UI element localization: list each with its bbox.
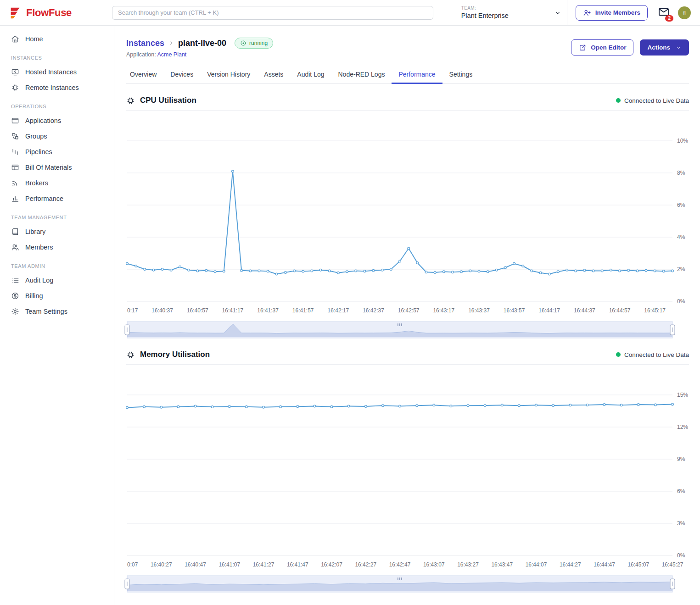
brokers-icon [11, 179, 19, 187]
status-badge-label: running [249, 40, 268, 46]
invite-members-label: Invite Members [595, 9, 640, 16]
x-axis-label: 16:43:37 [468, 307, 490, 314]
sidebar-item-pipelines[interactable]: Pipelines [0, 144, 114, 160]
y-axis-label: 6% [677, 202, 685, 208]
x-axis-label: 16:45:07 [627, 561, 649, 568]
y-axis-label: 6% [677, 488, 685, 494]
open-editor-button[interactable]: Open Editor [571, 39, 633, 56]
tab-overview[interactable]: Overview [126, 66, 163, 84]
sidebar-item-label: Home [25, 35, 43, 43]
x-axis-label: 16:44:27 [560, 561, 581, 568]
tab-bar: OverviewDevicesVersion HistoryAssetsAudi… [126, 66, 689, 84]
sidebar-item-performance[interactable]: Performance [0, 191, 114, 206]
billing-icon [11, 292, 19, 300]
team-selector[interactable]: TEAM: Plant Enterprise [461, 6, 561, 20]
y-axis-label: 8% [677, 170, 685, 176]
sidebar-item-label: Hosted Instances [25, 68, 77, 76]
y-axis-label: 4% [677, 234, 685, 240]
sidebar-item-label: Members [25, 244, 53, 251]
sidebar-item-label: Groups [25, 133, 47, 140]
sidebar-item-label: Pipelines [25, 148, 52, 155]
cpu-utilisation-zoom-slider[interactable] [124, 322, 675, 338]
sidebar-item-audit-log[interactable]: Audit Log [0, 272, 114, 288]
live-status-label: Connected to Live Data [624, 351, 689, 358]
notification-badge: 2 [665, 15, 673, 22]
memory-utilisation-zoom-slider[interactable] [124, 576, 675, 592]
logo-text: FlowFuse [26, 7, 72, 19]
sidebar-item-label: Team Settings [25, 308, 67, 315]
x-axis-label: 16:43:57 [504, 307, 525, 314]
sidebar-item-library[interactable]: Library [0, 224, 114, 239]
application-link[interactable]: Acme Plant [157, 51, 186, 58]
x-axis-label: 0:07 [127, 561, 138, 568]
sidebar-item-members[interactable]: Members [0, 239, 114, 255]
x-axis-label: 16:41:37 [257, 307, 279, 314]
tab-devices[interactable]: Devices [163, 66, 200, 84]
invite-members-button[interactable]: Invite Members [576, 5, 648, 21]
header-divider [567, 0, 567, 26]
sidebar-item-brokers[interactable]: Brokers [0, 175, 114, 191]
user-avatar[interactable]: fl [678, 6, 691, 19]
y-axis-label: 10% [677, 138, 688, 144]
actions-button[interactable]: Actions [640, 39, 689, 56]
library-icon [11, 228, 19, 236]
tab-version-history[interactable]: Version History [200, 66, 257, 84]
x-axis-label: 16:40:57 [187, 307, 208, 314]
tab-node-red-logs[interactable]: Node-RED Logs [331, 66, 392, 84]
zoom-handle-left[interactable] [125, 579, 129, 589]
open-editor-icon [578, 44, 587, 52]
x-axis-label: 16:42:17 [328, 307, 349, 314]
sidebar-item-team-settings[interactable]: Team Settings [0, 304, 114, 319]
sidebar-item-billing[interactable]: Billing [0, 288, 114, 304]
chart-title-group: CPU Utilisation [126, 96, 196, 105]
x-axis-label: 16:41:57 [292, 307, 314, 314]
sidebar-item-groups[interactable]: Groups [0, 128, 114, 144]
x-axis-label: 16:41:17 [222, 307, 244, 314]
page-title: plant-live-00 [178, 39, 226, 48]
sidebar-item-hosted-instances[interactable]: Hosted Instances [0, 64, 114, 80]
tab-audit-log[interactable]: Audit Log [290, 66, 331, 84]
x-axis-label: 16:45:17 [644, 307, 666, 314]
chevron-down-icon [554, 9, 561, 17]
pipelines-icon [11, 148, 19, 156]
x-axis-label: 16:43:47 [491, 561, 513, 568]
chart-header: Memory UtilisationConnected to Live Data [126, 350, 689, 365]
team-search-input[interactable] [112, 6, 433, 20]
team-name: Plant Enterprise [461, 11, 509, 20]
running-icon [240, 40, 246, 46]
team-settings-icon [11, 307, 19, 316]
team-label: TEAM: [461, 6, 509, 11]
flowfuse-logo-icon [8, 6, 22, 20]
top-header: FlowFuse TEAM: Plant Enterprise Invite M… [0, 0, 700, 26]
y-axis-label: 12% [677, 424, 688, 430]
chevron-right-icon [168, 40, 174, 46]
y-axis-label: 15% [677, 392, 688, 398]
flowfuse-logo[interactable]: FlowFuse [0, 6, 112, 20]
user-plus-icon [583, 9, 591, 17]
actions-label: Actions [647, 44, 670, 51]
y-axis-label: 0% [677, 298, 685, 305]
x-axis-label: 16:41:27 [253, 561, 274, 568]
breadcrumb-instances-link[interactable]: Instances [126, 39, 164, 48]
zoom-handle-right[interactable] [670, 325, 675, 335]
zoom-handle-right[interactable] [670, 579, 675, 589]
x-axis-label: 16:43:27 [457, 561, 479, 568]
hosted-instances-icon [11, 68, 19, 76]
sidebar-heading-instances: INSTANCES [0, 47, 114, 64]
zoom-handle-left[interactable] [125, 325, 129, 335]
sidebar-nav: HomeINSTANCESHosted InstancesRemote Inst… [0, 26, 114, 605]
applications-icon [11, 117, 19, 125]
chip-icon [126, 96, 135, 105]
x-axis-label: 16:43:07 [423, 561, 445, 568]
tab-assets[interactable]: Assets [257, 66, 290, 84]
team-selector-text: TEAM: Plant Enterprise [461, 6, 509, 20]
sidebar-item-remote-instances[interactable]: Remote Instances [0, 80, 114, 95]
sidebar-item-applications[interactable]: Applications [0, 113, 114, 128]
notifications-button[interactable]: 2 [658, 6, 670, 19]
sidebar-item-bill-of-materials[interactable]: Bill Of Materials [0, 160, 114, 175]
tab-settings[interactable]: Settings [442, 66, 480, 84]
sidebar-item-label: Billing [25, 292, 43, 300]
tab-performance[interactable]: Performance [392, 66, 442, 84]
status-badge: running [235, 38, 273, 49]
sidebar-item-home[interactable]: Home [0, 31, 114, 47]
